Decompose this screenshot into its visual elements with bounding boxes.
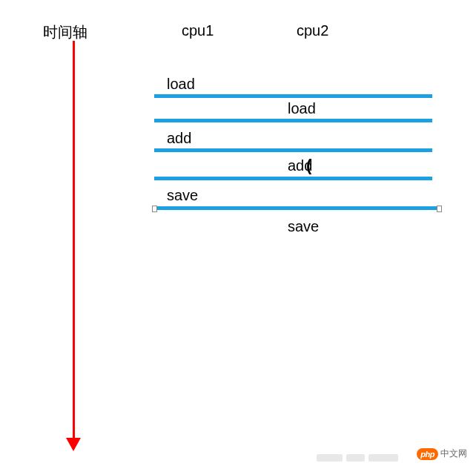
step-label-cpu2-save: save — [288, 218, 319, 235]
watermark-blur — [368, 454, 398, 462]
arrow-shaft — [73, 41, 75, 442]
step-label-cpu1-add: add — [167, 130, 191, 147]
logo-badge: php — [417, 448, 438, 460]
step-label-cpu1-save: save — [167, 187, 198, 204]
arrow-head-icon — [66, 438, 81, 451]
separator-bar-selected — [154, 206, 440, 210]
step-label-cpu2-load: load — [288, 100, 316, 117]
site-logo: php 中文网 — [417, 447, 467, 460]
paren-mark: ( — [306, 156, 311, 175]
column-header-cpu2: cpu2 — [297, 22, 328, 39]
separator-bar — [154, 177, 432, 180]
separator-bar — [154, 94, 432, 98]
column-header-cpu1: cpu1 — [182, 22, 214, 39]
separator-bar — [154, 119, 432, 122]
step-label-cpu1-load: load — [167, 76, 195, 93]
watermark-blur — [317, 454, 343, 462]
timeline-axis-label: 时间轴 — [43, 22, 87, 42]
separator-bar — [154, 148, 432, 152]
timeline-arrow — [67, 41, 82, 453]
logo-text: 中文网 — [440, 447, 467, 460]
watermark-blur — [346, 454, 365, 462]
